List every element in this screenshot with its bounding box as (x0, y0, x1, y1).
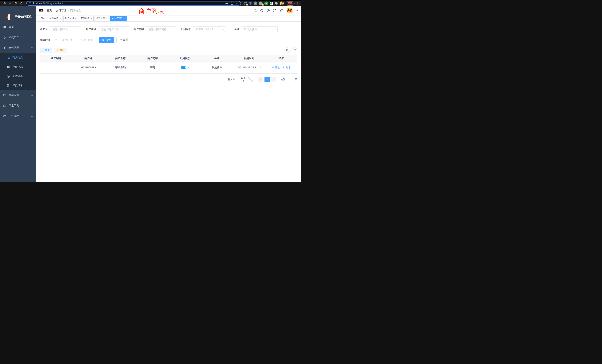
extensions-puzzle-icon[interactable] (275, 2, 278, 5)
cell-short-name: 芋艿 (137, 62, 169, 73)
font-size-icon[interactable]: TT (280, 9, 283, 12)
sidebar: 芋道管理系统 首页 系统管理 ¥ 支付管理 (0, 6, 36, 182)
merchant-no-label: 商户号 (40, 28, 50, 31)
search-icon[interactable] (254, 9, 257, 12)
browser-menu-icon[interactable]: ⋮ (296, 2, 299, 5)
sidebar-item-refund-order[interactable]: 退款订单 (0, 81, 36, 90)
forward-icon[interactable] (8, 1, 13, 6)
toolbox-icon (3, 104, 6, 107)
toolbox-icon (3, 115, 6, 118)
chevron-down-icon (31, 105, 33, 107)
password-key-icon[interactable] (225, 2, 228, 5)
full-name-label: 商户全称 (86, 28, 98, 31)
breadcrumb-pay[interactable]: 支付管理 (56, 9, 66, 12)
extension-y-icon[interactable]: y (264, 1, 268, 5)
user-avatar[interactable] (287, 8, 292, 13)
sidebar-item-home[interactable]: 首页 (0, 22, 36, 32)
tab-merchant-info[interactable]: 商户信息 × (110, 16, 127, 21)
close-tab-icon[interactable]: × (75, 17, 76, 20)
page-size-select[interactable]: 10条/页 (238, 77, 256, 82)
merchant-table: 商户编号 商户号 商户全称 商户简称 开启状态 备注 创建时间 操作 1 (40, 55, 297, 74)
sidebar-item-label: 基础设施 (9, 94, 19, 97)
page-number-1[interactable]: 1 (265, 77, 270, 82)
merchant-no-input[interactable] (50, 26, 81, 32)
extension-ring-icon[interactable]: 1 (259, 1, 263, 5)
sidebar-item-dev-tools[interactable]: 研发工具 (0, 100, 36, 111)
sidebar-item-merchant-info[interactable]: 商户信息 (0, 53, 36, 62)
sidebar-item-label: 研发工具 (9, 104, 19, 107)
extension-grid-icon[interactable]: 10 (244, 2, 247, 5)
short-name-input[interactable] (146, 26, 176, 32)
edit-link[interactable]: 修改 (272, 66, 280, 69)
close-tab-icon[interactable]: × (106, 17, 108, 20)
sidebar-item-pay[interactable]: ¥ 支付管理 (0, 43, 36, 53)
next-page-button[interactable]: › (271, 77, 276, 82)
refresh-button[interactable] (292, 47, 297, 53)
breadcrumb: 首页 / 支付管理 / 商户信息 (47, 9, 81, 12)
refresh-icon (293, 49, 296, 52)
create-time-label: 创建时间 (40, 38, 53, 42)
share-icon[interactable] (231, 2, 233, 5)
breadcrumb-separator: / (54, 9, 54, 12)
sidebar-item-pay-order[interactable]: ¥ 支付订单 (0, 72, 36, 81)
sidebar-item-workflow[interactable]: 工作流程 (0, 111, 36, 121)
fullscreen-icon[interactable] (273, 9, 276, 12)
profile-avatar-icon[interactable] (280, 1, 284, 5)
close-tab-icon[interactable]: × (91, 17, 92, 20)
remark-label: 备注 (234, 28, 242, 31)
navbar: 首页 / 支付管理 / 商户信息 (36, 6, 301, 15)
bookmark-star-icon[interactable]: ☆ (236, 2, 238, 5)
reset-button[interactable]: 重置 (116, 37, 131, 43)
caret-down-icon[interactable] (296, 10, 298, 11)
filter-row-2: 创建时间 开始日期 - 结束日期 搜索 (40, 37, 297, 43)
prev-page-button[interactable]: ‹ (258, 77, 263, 82)
reload-icon[interactable] (13, 1, 18, 6)
home-icon[interactable] (19, 1, 24, 6)
site-info-icon[interactable] (29, 2, 32, 5)
extension-gem-icon[interactable] (249, 2, 252, 5)
plus-icon: + (43, 49, 44, 52)
goto-page: 前往 页 (280, 77, 297, 82)
sidebar-item-app-info[interactable]: 应用信息 (0, 62, 36, 72)
extension-command-icon[interactable]: ⌘ (254, 1, 257, 5)
create-time-range-picker[interactable]: 开始日期 - 结束日期 (53, 37, 97, 43)
dashboard-icon (3, 26, 6, 29)
goto-page-input[interactable] (287, 77, 293, 82)
close-tab-icon[interactable]: × (60, 17, 61, 20)
page-content: 商户号 商户全称 商户简称 开启状态 请选择开启状态 (36, 21, 301, 182)
sidebar-fold-icon[interactable] (39, 9, 43, 12)
sidebar-item-system[interactable]: 系统管理 (0, 32, 36, 43)
close-tab-icon[interactable]: × (124, 17, 126, 20)
cell-full-name: 芋道源码 (104, 62, 137, 73)
col-short-name: 商户简称 (137, 55, 169, 62)
toggle-search-button[interactable] (284, 47, 290, 53)
browser-update-button[interactable]: 更新 (286, 1, 294, 6)
annotation-title: 商户列表 (139, 7, 165, 15)
status-toggle[interactable] (181, 66, 189, 69)
search-button[interactable]: 搜索 (99, 37, 114, 43)
screen: localhost :1024/pay/merchant ☆ 10 ⌘ (0, 0, 301, 182)
tab-pay-order[interactable]: 支付订单 × (79, 16, 94, 21)
add-button[interactable]: + 新增 (40, 48, 52, 53)
sidebar-item-infra[interactable]: 基础设施 (0, 90, 36, 100)
status-select[interactable]: 请选择开启状态 (193, 26, 226, 32)
back-icon[interactable] (2, 1, 7, 6)
tab-home[interactable]: 首页 (39, 16, 47, 21)
delete-link[interactable]: 删除 (282, 66, 290, 69)
github-icon[interactable] (260, 9, 263, 12)
sidebar-item-label: 应用信息 (12, 65, 23, 69)
chevron-up-icon (31, 47, 33, 49)
extension-badge: 1 (262, 4, 264, 6)
extension-note-icon[interactable] (270, 2, 273, 5)
full-name-input[interactable] (98, 26, 129, 32)
trash-icon (282, 66, 285, 69)
address-bar[interactable]: localhost :1024/pay/merchant ☆ (26, 1, 241, 6)
breadcrumb-home[interactable]: 首页 (47, 9, 52, 12)
col-full-name: 商户全称 (104, 55, 137, 62)
tab-refund-order[interactable]: 退款订单 × (95, 16, 109, 21)
tab-user-group[interactable]: 用户分组 × (63, 16, 78, 21)
export-button[interactable]: 导出 (54, 48, 67, 53)
tab-flow-form[interactable]: 流程表单 × (48, 16, 63, 21)
remark-input[interactable] (242, 26, 278, 32)
help-icon[interactable] (267, 9, 270, 12)
